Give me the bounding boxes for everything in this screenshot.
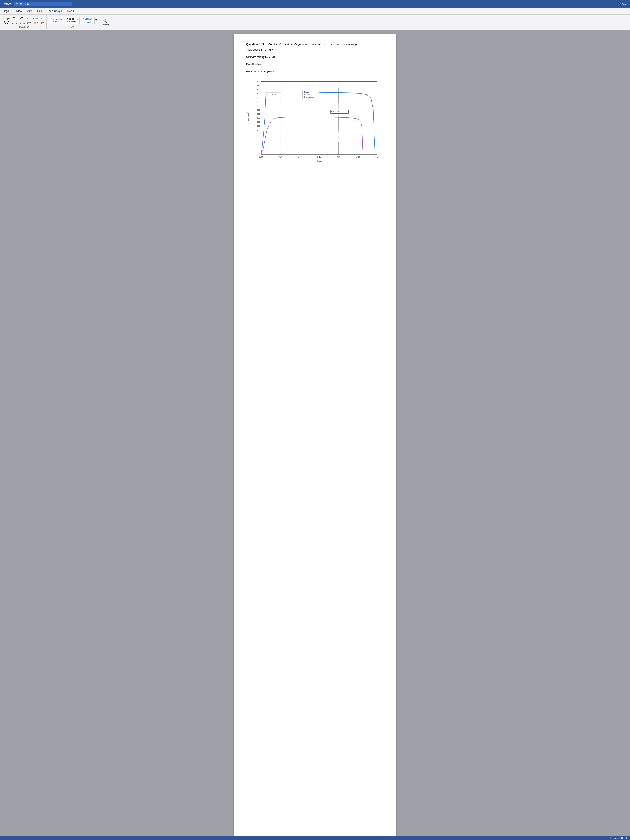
svg-text:0.00: 0.00 bbox=[259, 156, 263, 158]
document-page[interactable]: Question 5: Based on the stress-strain d… bbox=[234, 34, 396, 837]
yield-field: Yield strength (MPa) = bbox=[246, 48, 384, 51]
status-bar: ⊡ Focus 📄 ⊞ bbox=[0, 836, 630, 840]
svg-text:0.12: 0.12 bbox=[317, 156, 321, 158]
styles-group: AaBbCcDc ¶ Normal AaBbCcDc ¶ No Spac... … bbox=[47, 16, 100, 28]
svg-text:150: 150 bbox=[257, 141, 260, 143]
style-heading1-label: Heading bbox=[82, 21, 93, 23]
pilcrow-btn[interactable]: ¶ bbox=[40, 16, 43, 20]
indent-decrease-btn[interactable]: ⇤ bbox=[26, 16, 30, 20]
editing-group: 🔍 Editing bbox=[101, 18, 111, 27]
style-normal[interactable]: AaBbCcDc ¶ Normal bbox=[49, 17, 64, 24]
svg-text:750: 750 bbox=[257, 93, 260, 95]
svg-text:250: 250 bbox=[257, 133, 260, 135]
title-bar: - Word 🔍 Search Niya bbox=[0, 0, 630, 8]
page-view-btn[interactable]: 📄 bbox=[620, 837, 623, 839]
search-icon: 🔍 bbox=[16, 3, 19, 5]
indent-increase-btn[interactable]: ⇥ bbox=[31, 16, 35, 20]
tab-ings[interactable]: ings bbox=[2, 8, 11, 14]
svg-text:0.04: 0.04 bbox=[278, 156, 282, 158]
editing-label: Editing bbox=[102, 23, 109, 25]
list-style-btn[interactable]: ☰ ▾ bbox=[12, 16, 18, 20]
dropdown-arrow2: ▾ bbox=[16, 17, 17, 20]
font-group: Ap ▾ ☰ ▾ ⇥☰ ▾ ⇤ ⇥ ↕A bbox=[2, 16, 47, 29]
align-right-btn[interactable]: ≡ bbox=[19, 21, 22, 25]
align-left-btn[interactable]: ≡ bbox=[11, 21, 14, 25]
styles-label: Styles bbox=[49, 25, 95, 28]
svg-text:200: 200 bbox=[257, 137, 260, 139]
svg-text:500: 500 bbox=[257, 113, 260, 115]
legend-annealed-color bbox=[303, 96, 305, 98]
stress-strain-chart: 0.01 , 738.56 Stress Steel Annealed 0.15… bbox=[246, 77, 384, 165]
focus-btn[interactable]: ⊡ Focus bbox=[609, 837, 618, 839]
tooltip-2-text: 0.15 , 497.31 bbox=[332, 111, 342, 112]
sort-btn[interactable]: ↕A bbox=[35, 16, 40, 20]
align-center-btn[interactable]: ≡ bbox=[14, 21, 18, 25]
svg-text:0.20: 0.20 bbox=[356, 156, 360, 158]
font-name-dropdown[interactable]: Ap ▾ bbox=[5, 16, 11, 20]
tab-review[interactable]: Review bbox=[11, 8, 24, 14]
svg-text:700: 700 bbox=[257, 97, 260, 99]
font-name-icon: Ap bbox=[6, 17, 8, 20]
app-title: - Word bbox=[3, 2, 12, 6]
line-spacing-btn[interactable]: ↕≡ ▾ bbox=[26, 21, 33, 25]
font-a-small: A bbox=[7, 21, 9, 25]
sort-icon: ↕A bbox=[36, 17, 39, 20]
tab-table-design[interactable]: Table Design bbox=[45, 8, 65, 14]
list-icon: ☰ bbox=[13, 17, 15, 20]
shading-btn[interactable]: 🎨▾ bbox=[33, 21, 39, 25]
search-bar[interactable]: 🔍 Search bbox=[14, 2, 72, 6]
style-normal-label: ¶ Normal bbox=[51, 20, 62, 22]
svg-text:350: 350 bbox=[257, 125, 260, 127]
title-bar-left: - Word 🔍 Search bbox=[3, 2, 622, 6]
svg-text:100: 100 bbox=[257, 145, 260, 147]
styles-expand-btn[interactable]: ▾ bbox=[95, 17, 98, 23]
ductility-field: Ductility (%) = bbox=[246, 63, 384, 66]
legend-steel-color bbox=[303, 94, 305, 95]
legend-steel-label: Steel bbox=[306, 94, 310, 96]
x-axis-label: Strain bbox=[316, 160, 322, 162]
font-a-large: A bbox=[3, 21, 6, 25]
align-justify-btn[interactable]: ≡ bbox=[22, 21, 25, 25]
tab-layout[interactable]: Layout bbox=[65, 8, 77, 14]
rupture-field: Rupture strength (MPa) = bbox=[246, 70, 384, 73]
indent-increase-icon: ⇥ bbox=[32, 17, 33, 20]
indent-decrease-icon: ⇤ bbox=[27, 17, 29, 20]
indent-list-btn[interactable]: ⇥☰ ▾ bbox=[18, 16, 26, 20]
style-heading1-preview: AaBbC bbox=[82, 18, 93, 21]
styles-container: AaBbCcDc ¶ Normal AaBbCcDc ¶ No Spac... … bbox=[49, 17, 95, 28]
tab-help[interactable]: Help bbox=[35, 8, 45, 14]
focus-icon: ⊡ bbox=[609, 837, 611, 839]
svg-text:550: 550 bbox=[257, 109, 260, 111]
rupture-label: Rupture strength (MPa) = bbox=[246, 70, 277, 73]
styles-row: AaBbCcDc ¶ Normal AaBbCcDc ¶ No Spac... … bbox=[49, 17, 95, 24]
multi-page-icon: ⊞ bbox=[625, 837, 627, 839]
paragraph-label: Paragraph bbox=[19, 26, 29, 28]
svg-text:600: 600 bbox=[257, 105, 260, 107]
svg-text:0.24: 0.24 bbox=[376, 156, 379, 158]
font-row2: A A ≡ ≡ ≡ ≡ ↕≡ ▾ 🎨▾ ⊞▾ bbox=[3, 21, 45, 25]
tab-view[interactable]: View bbox=[24, 8, 35, 14]
multi-page-btn[interactable]: ⊞ bbox=[625, 837, 627, 839]
ribbon-tabs: ings Review View Help Table Design Layou… bbox=[0, 8, 630, 14]
svg-text:400: 400 bbox=[257, 121, 260, 123]
pilcrow-icon: ¶ bbox=[41, 17, 42, 20]
ribbon: ings Review View Help Table Design Layou… bbox=[0, 8, 630, 30]
ductility-label: Ductility (%) = bbox=[246, 63, 263, 66]
svg-text:50: 50 bbox=[258, 149, 260, 152]
ultimate-label: Ultimate strength (MPa) = bbox=[246, 55, 277, 58]
svg-text:300: 300 bbox=[257, 129, 260, 131]
svg-text:450: 450 bbox=[257, 117, 260, 119]
style-nospacing-preview: AaBbCcDc bbox=[66, 18, 78, 20]
style-heading1[interactable]: AaBbC Heading bbox=[80, 17, 95, 24]
dropdown-arrow: ▾ bbox=[9, 17, 10, 20]
svg-text:800: 800 bbox=[257, 89, 260, 91]
svg-text:650: 650 bbox=[257, 101, 260, 103]
legend-annealed-label: Annealed bbox=[306, 96, 314, 98]
search-editing-icon[interactable]: 🔍 bbox=[103, 19, 108, 23]
question-line: Question 5: Based on the stress-strain d… bbox=[246, 43, 384, 46]
svg-text:850: 850 bbox=[257, 85, 260, 87]
style-no-spacing[interactable]: AaBbCcDc ¶ No Spac... bbox=[65, 17, 80, 24]
user-name: Niya bbox=[622, 3, 627, 6]
borders-btn[interactable]: ⊞▾ bbox=[39, 21, 45, 25]
ultimate-field: Ultimate strength (MPa) = bbox=[246, 55, 384, 58]
